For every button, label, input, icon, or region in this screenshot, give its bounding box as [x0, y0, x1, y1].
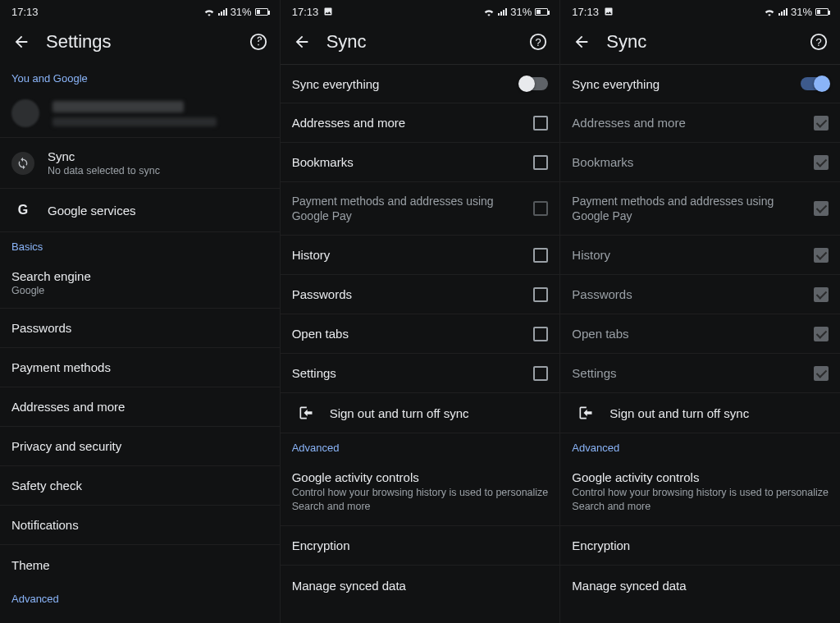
addresses-row: Addresses and more — [560, 103, 840, 143]
panel-sync-on: 17:13 31% Sync ? Sync everything Address… — [559, 0, 840, 623]
opentabs-label: Open tabs — [572, 327, 801, 341]
activity-label: Google activity controls — [572, 470, 829, 484]
svg-text:?: ? — [536, 36, 541, 48]
passwords-label: Passwords — [572, 287, 801, 301]
signout-row[interactable]: Sign out and turn off sync — [560, 393, 840, 433]
panel-settings: 17:13 31% Settings You and Google — [0, 0, 280, 623]
app-bar: Sync ? — [560, 23, 840, 64]
section-advanced-2: Advanced — [281, 433, 560, 459]
account-name-blurred — [52, 101, 184, 112]
sync-everything-row[interactable]: Sync everything — [560, 64, 840, 103]
privacy-label: Privacy and security — [11, 439, 268, 453]
help-button[interactable] — [249, 32, 268, 52]
settings-list: You and Google Sync No data selected to … — [0, 64, 280, 623]
passwords-row[interactable]: Passwords — [0, 309, 280, 348]
history-row[interactable]: History — [281, 236, 560, 275]
manage-label: Manage synced data — [292, 579, 549, 593]
google-services-row[interactable]: G Google services — [0, 189, 280, 232]
addresses-label: Addresses and more — [572, 116, 801, 130]
passwords-checkbox — [814, 287, 829, 302]
activity-sub: Control how your browsing history is use… — [292, 486, 549, 514]
opentabs-checkbox[interactable] — [533, 327, 548, 341]
history-checkbox[interactable] — [533, 248, 548, 263]
addresses-label: Addresses and more — [11, 400, 268, 414]
status-time: 17:13 — [292, 6, 319, 18]
safety-row[interactable]: Safety check — [0, 466, 280, 506]
panel-sync-off: 17:13 31% Sync ? Sync everything Address… — [280, 0, 560, 623]
addresses-row[interactable]: Addresses and more — [281, 103, 560, 143]
opentabs-checkbox — [814, 327, 829, 341]
bookmarks-checkbox[interactable] — [533, 155, 548, 170]
passwords-row: Passwords — [560, 275, 840, 314]
history-checkbox — [814, 248, 829, 263]
opentabs-row: Open tabs — [560, 314, 840, 354]
wifi-icon — [483, 7, 495, 16]
sync-list: Sync everything Addresses and more Bookm… — [560, 64, 840, 623]
sync-everything-label: Sync everything — [572, 77, 788, 91]
page-title: Settings — [46, 31, 234, 53]
bookmarks-row[interactable]: Bookmarks — [281, 143, 560, 182]
payment-gpay-checkbox — [533, 201, 548, 216]
help-button[interactable]: ? — [809, 32, 829, 52]
battery-icon — [535, 8, 548, 16]
app-bar: Sync ? — [281, 23, 560, 64]
settings-sync-row[interactable]: Settings — [281, 354, 560, 393]
sync-row[interactable]: Sync No data selected to sync — [0, 138, 280, 189]
screenshot-icon — [323, 7, 333, 16]
passwords-checkbox[interactable] — [533, 287, 548, 302]
battery-icon — [815, 8, 829, 16]
account-row[interactable] — [0, 89, 280, 138]
section-advanced-3: Advanced — [560, 433, 840, 459]
payment-gpay-label: Payment methods and addresses using Goog… — [292, 194, 521, 223]
history-label: History — [572, 248, 801, 262]
signout-row[interactable]: Sign out and turn off sync — [281, 393, 560, 433]
payment-gpay-row[interactable]: Payment methods and addresses using Goog… — [281, 182, 560, 236]
manage-row[interactable]: Manage synced data — [560, 566, 840, 605]
sync-everything-row[interactable]: Sync everything — [281, 64, 560, 103]
help-button[interactable]: ? — [528, 32, 548, 52]
bookmarks-checkbox — [814, 155, 829, 170]
payment-methods-row[interactable]: Payment methods — [0, 348, 280, 387]
svg-text:?: ? — [815, 36, 821, 48]
battery-icon — [255, 8, 268, 16]
history-label: History — [292, 248, 521, 262]
search-engine-row[interactable]: Search engine Google — [0, 258, 280, 309]
payment-label: Payment methods — [11, 360, 268, 374]
wifi-icon — [764, 7, 775, 16]
addresses-row[interactable]: Addresses and more — [0, 387, 280, 427]
sync-everything-label: Sync everything — [292, 77, 508, 91]
notifications-row[interactable]: Notifications — [0, 506, 280, 545]
theme-row[interactable]: Theme — [0, 545, 280, 584]
activity-row[interactable]: Google activity controls Control how you… — [560, 459, 840, 526]
page-title: Sync — [326, 31, 514, 53]
settings-label: Settings — [572, 366, 801, 380]
opentabs-row[interactable]: Open tabs — [281, 314, 560, 354]
opentabs-label: Open tabs — [292, 327, 521, 341]
status-time: 17:13 — [11, 6, 39, 18]
passwords-row[interactable]: Passwords — [281, 275, 560, 314]
avatar — [11, 99, 39, 127]
battery-percent: 31% — [791, 6, 812, 18]
back-button[interactable] — [11, 32, 31, 52]
google-icon: G — [13, 200, 33, 220]
status-bar: 17:13 31% — [0, 0, 280, 23]
privacy-row[interactable]: Privacy and security — [0, 427, 280, 466]
payment-gpay-checkbox — [814, 201, 829, 216]
battery-percent: 31% — [510, 6, 532, 18]
activity-row[interactable]: Google activity controls Control how you… — [281, 459, 560, 526]
sync-everything-toggle[interactable] — [520, 77, 548, 90]
status-bar: 17:13 31% — [281, 0, 560, 23]
back-button[interactable] — [292, 32, 312, 52]
status-bar: 17:13 31% — [560, 0, 840, 23]
manage-row[interactable]: Manage synced data — [281, 566, 560, 605]
signout-icon — [577, 405, 595, 421]
encryption-row[interactable]: Encryption — [560, 526, 840, 566]
sync-everything-toggle[interactable] — [801, 77, 829, 90]
back-button[interactable] — [572, 32, 591, 52]
section-advanced-1: Advanced — [0, 584, 280, 610]
addresses-checkbox[interactable] — [533, 116, 548, 131]
search-engine-value: Google — [11, 285, 268, 296]
encryption-row[interactable]: Encryption — [281, 526, 560, 566]
settings-checkbox[interactable] — [533, 366, 548, 381]
sync-label: Sync — [48, 149, 268, 163]
